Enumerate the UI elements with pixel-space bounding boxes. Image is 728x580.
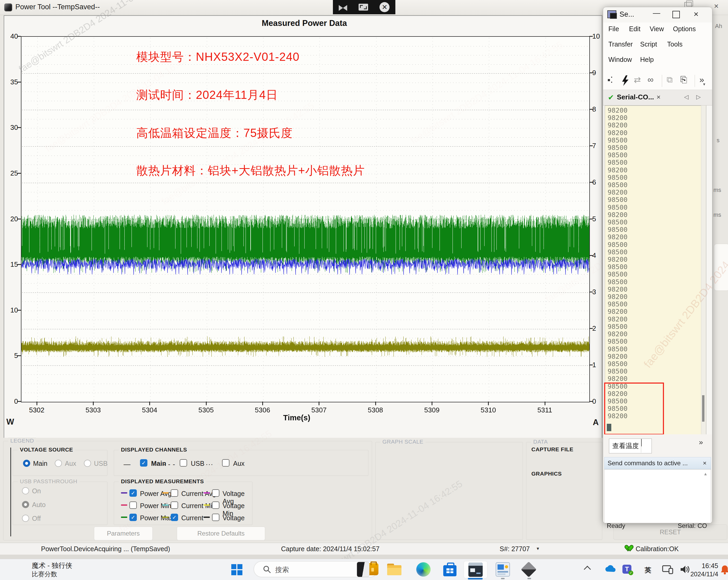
tab-next-icon[interactable]: ▷ <box>696 93 701 101</box>
toolbar-separator <box>695 75 695 87</box>
chart-annotation: 散热片材料：铝块+大铝散热片+小铝散热片 <box>136 163 365 178</box>
start-icon[interactable] <box>231 564 242 575</box>
x-axis-tickmark <box>206 402 207 405</box>
menu-window[interactable]: Window <box>608 56 632 63</box>
close-circle-icon[interactable]: ✕ <box>380 2 390 12</box>
reconnect-icon[interactable]: ⇄ <box>634 75 641 85</box>
displayed-measurements-group: DISPLAYED MEASUREMENTS ✓Power AvgPower M… <box>114 482 253 525</box>
channel-label: USB <box>191 460 204 467</box>
tab-close-icon[interactable]: × <box>656 93 660 101</box>
cube-app-icon[interactable] <box>520 561 537 578</box>
maximize-icon[interactable] <box>672 11 680 18</box>
radio-auto[interactable] <box>22 501 29 508</box>
covered-unit-label: s <box>717 137 720 144</box>
more-commands-icon[interactable]: » <box>699 438 703 446</box>
link-icon[interactable]: ∞ <box>648 75 654 85</box>
quick-connect-icon[interactable] <box>621 75 631 86</box>
x-axis-tickmark <box>149 402 150 405</box>
menu-options[interactable]: Options <box>673 25 696 33</box>
plot-area[interactable] <box>21 36 590 402</box>
session-connected-icon: ✔ <box>608 93 614 102</box>
menu-help[interactable]: Help <box>640 56 654 63</box>
radio-main[interactable] <box>23 460 30 467</box>
right-axis-tickmark <box>589 401 593 402</box>
explorer-icon[interactable] <box>386 561 403 578</box>
covered-unit-label: ms <box>713 187 721 194</box>
screen: Power Tool --TempSaved-- × ✕ Measured Po… <box>0 0 728 580</box>
measurement-checkbox-current-min[interactable] <box>171 501 178 509</box>
scroll-up-icon[interactable]: ▲ <box>703 472 708 476</box>
teams-icon[interactable]: T✓ <box>622 565 631 574</box>
edge-icon[interactable] <box>415 561 432 578</box>
right-axis-unit: A <box>593 418 599 427</box>
send-commands-input[interactable]: ▲ <box>604 469 711 523</box>
measurement-label: Current Avg <box>181 490 216 498</box>
x-axis-tick-label: 5308 <box>361 406 390 414</box>
toolbar-overflow-arrow-icon[interactable]: ▾ <box>703 82 705 87</box>
minimize-icon[interactable]: — <box>653 9 660 17</box>
left-axis-tick-label: 25 <box>5 169 18 177</box>
notification-line2[interactable]: 比赛分数 <box>32 570 57 578</box>
menu-file[interactable]: File <box>608 25 619 33</box>
resize-window-icon[interactable] <box>359 4 368 10</box>
radio-usb[interactable] <box>84 460 91 467</box>
measurement-checkbox-power-avg[interactable]: ✓ <box>129 489 137 497</box>
measurement-checkbox-current-avg[interactable] <box>171 489 178 497</box>
channel-checkbox-main[interactable]: ✓ <box>140 459 148 467</box>
notification-line1[interactable]: 魔术 - 独行侠 <box>32 561 72 570</box>
left-axis-tickmark <box>18 127 21 128</box>
store-icon[interactable] <box>441 561 458 578</box>
notification-bell-icon[interactable] <box>720 565 728 576</box>
x-axis-tickmark <box>432 402 433 405</box>
onedrive-icon[interactable] <box>604 565 616 574</box>
right-axis-tickmark <box>589 255 593 256</box>
left-axis-tickmark <box>18 264 21 265</box>
terminal-app-icon[interactable] <box>464 561 488 578</box>
session-manager-icon[interactable]: ▪⁚ <box>607 75 613 85</box>
paste-icon[interactable]: ⎘ <box>680 75 687 85</box>
resize-grip[interactable]: ⋰ <box>706 523 709 527</box>
tab-prev-icon[interactable]: ◁ <box>684 93 688 101</box>
ime-indicator[interactable]: 英 <box>645 566 651 575</box>
channel-checkbox-usb[interactable] <box>180 459 187 467</box>
tray-expand-icon[interactable] <box>585 565 590 572</box>
contrast-app-icon[interactable] <box>355 561 371 578</box>
menu-view[interactable]: View <box>650 25 664 33</box>
data-group-title: DATA <box>531 439 550 445</box>
menu-script[interactable]: Script <box>640 40 657 48</box>
radio-aux[interactable] <box>55 460 62 467</box>
menu-edit[interactable]: Edit <box>629 25 641 33</box>
radio-on[interactable] <box>22 487 29 494</box>
measurement-label: Power Min <box>140 502 171 510</box>
copy-icon[interactable]: ⧉ <box>667 75 673 85</box>
terminal-scrollbar[interactable] <box>701 106 706 434</box>
measurement-checkbox-power-min[interactable] <box>129 501 137 509</box>
menu-tools[interactable]: Tools <box>667 40 682 48</box>
chevron-down-icon[interactable] <box>641 439 652 452</box>
send-panel-close-icon[interactable]: × <box>703 460 707 467</box>
measurement-checkbox-voltage-min[interactable] <box>212 501 219 509</box>
measurement-checkbox-voltage-avg[interactable] <box>212 489 219 497</box>
series-swatch <box>162 504 168 506</box>
restore-defaults-button[interactable]: Restore Defaults <box>177 527 265 540</box>
command-dropdown[interactable]: 查看温度 <box>609 439 652 453</box>
channel-checkbox-aux[interactable] <box>222 459 229 467</box>
close-icon[interactable]: × <box>714 2 719 10</box>
cast-icon[interactable] <box>662 565 674 575</box>
measurement-checkbox-power-max[interactable]: ✓ <box>129 514 137 521</box>
send-commands-header[interactable]: Send commands to active ... × <box>604 457 711 469</box>
swap-arrows-icon[interactable] <box>339 2 347 12</box>
session-tab[interactable]: Serial-CO... <box>617 93 654 101</box>
close-icon[interactable]: × <box>694 9 699 19</box>
radio-off[interactable] <box>22 515 29 522</box>
terminal-scrollbar-thumb[interactable] <box>702 395 704 422</box>
left-axis-tick-label: 5 <box>5 352 18 360</box>
x-axis-tick-label: 5306 <box>248 406 277 414</box>
dashed-line-glyph: - - - <box>163 460 175 468</box>
measurement-checkbox-current[interactable]: ✓ <box>171 514 178 521</box>
measurement-checkbox-voltage[interactable] <box>212 514 219 521</box>
monitor-app-icon[interactable] <box>494 561 511 578</box>
menu-transfer[interactable]: Transfer <box>608 40 633 48</box>
parameters-button[interactable]: Parameters <box>94 527 153 540</box>
serial-number-dropdown-icon[interactable]: ▾ <box>537 546 539 551</box>
